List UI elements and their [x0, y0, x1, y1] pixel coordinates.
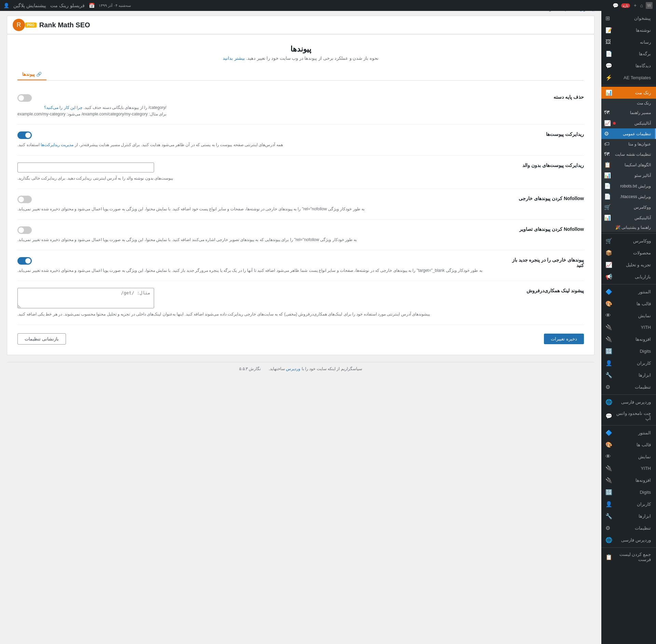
toggle-redirect-attachments[interactable]	[17, 131, 32, 139]
sidebar-item-comments[interactable]: دیدگاه‌ها 💬	[601, 60, 656, 72]
sidebar-item-robots[interactable]: ویرایش robots.txt 📄	[601, 181, 656, 191]
reset-button[interactable]: بازنشانی تنظیمات	[17, 333, 66, 345]
sidebar-item-plugins[interactable]: افزونه‌ها 🔌	[601, 333, 656, 345]
wordpress-link[interactable]: وردپرس	[286, 366, 300, 371]
woocommerce-icon: 🛒	[604, 204, 611, 210]
setting-desc-2: همه آدرس‌های اینترنتی صفحه پیوست را به پ…	[17, 142, 283, 148]
sidebar-item-titles-meta[interactable]: عنوان‌ها و متا 🏷	[601, 139, 656, 149]
toggle-remove-category[interactable]	[17, 94, 32, 102]
admin-bar-right: سه‌شنبه ۰۴ آذر ۱۳۹۹ 📅 فریسلو رینک مت پیش…	[3, 3, 131, 8]
sidebar-item-sitemap[interactable]: تنظیمات نقشه سایت 🗺	[601, 149, 656, 159]
home-icon[interactable]: ⌂	[640, 3, 643, 8]
sidebar-item-robots-label: ویرایش robots.txt	[613, 184, 651, 188]
setting-desc-3: پیوست‌های بدون نوشته والد را به آدرس این…	[17, 175, 173, 182]
comments-icon[interactable]: 💬	[613, 3, 618, 8]
setting-desc-6: به طور خودکار ویژگی target="_blank" را ب…	[17, 267, 482, 274]
sidebar-divider-3	[601, 284, 656, 284]
sidebar-item-guide[interactable]: مسیر راهنما 🗺	[601, 108, 656, 118]
tab-links-label: پیوندها	[22, 72, 35, 77]
setting-label-redirect-attachments: ریدایرکت پیوست‌ها	[509, 131, 584, 138]
rankmath-title-text: Rank Math SEO	[39, 21, 90, 29]
new-content-button[interactable]: ＋	[633, 2, 638, 9]
orphan-redirect-input[interactable]	[17, 163, 154, 172]
sidebar-item-products[interactable]: محصولات 📦	[601, 247, 656, 259]
sidebar-item-rank-math-sub[interactable]: رنک مث	[601, 99, 656, 108]
sidebar-item-pages[interactable]: برگه‌ها 📄	[601, 48, 656, 60]
rankmath-icon[interactable]: R	[13, 19, 25, 31]
affiliate-link-textarea[interactable]	[17, 288, 154, 308]
setting-label-text-7: پیشوند لینک همکاری‌در‌فروش	[509, 288, 584, 293]
sidebar-item-mentor[interactable]: المنتور 🔷	[601, 286, 656, 298]
sidebar-item-digits-label: Digits	[614, 349, 651, 354]
setting-control-3: پیوست‌های بدون نوشته والد را به آدرس این…	[17, 163, 502, 182]
settings-icon: ⚙	[604, 130, 609, 137]
footer-text: سپاسگزاریم از اینکه سایت خود را با	[300, 366, 362, 371]
footer-text-end: ساختهاید.	[269, 366, 285, 371]
toggle-nofollow-images-slider	[17, 226, 32, 234]
tab-links[interactable]: 🔗 پیوندها	[17, 69, 46, 80]
sidebar-item-analytics-label: آنالیتیکس	[618, 121, 651, 126]
wp-logo-icon[interactable]: W	[646, 2, 653, 9]
tab-links-icon: 🔗	[36, 72, 42, 77]
toggle-nofollow-external[interactable]	[17, 196, 32, 203]
sidebar-item-yith[interactable]: YITH 🔌	[601, 321, 656, 333]
setting-nofollow-external: Nofollow کردن پیوندهای خارجی به طور خودک…	[17, 189, 584, 220]
toggle-open-new-tab[interactable]	[17, 257, 32, 265]
yith-icon: 🔌	[605, 324, 612, 331]
setting-control-5: به طور خودکار ویژگی rel="nofollow" را بر…	[17, 226, 502, 243]
setting-desc-1: /category/ را از پیوندهای بایگانی دسته ح…	[17, 104, 166, 117]
sidebar-item-digits[interactable]: Digits 🔢	[601, 345, 656, 357]
sidebar-item-rank-math[interactable]: رنک مث 📊	[601, 87, 656, 99]
htaccess-icon: 📄	[604, 193, 611, 200]
woocommerce2-icon: 🛒	[605, 238, 612, 244]
sidebar-item-tools-label: ابزارها	[614, 373, 651, 375]
setting-label-redirect-orphan: ریدایرکت پیوست‌های بدون والد	[509, 163, 584, 169]
sidebar-item-media[interactable]: رسانه 🖼	[601, 36, 656, 48]
pages-icon: 📄	[605, 51, 612, 57]
sidebar-item-posts[interactable]: نوشته‌ها 📝	[601, 24, 656, 36]
redirect-management-link[interactable]: مدیریت ریدایرکت‌ها	[41, 142, 73, 147]
sidebar-item-users-label: کاربران	[614, 361, 651, 366]
sidebar-item-htaccess[interactable]: ویرایش htaccess. 📄	[601, 191, 656, 202]
sidebar-item-dashboard-label: پیشخوان	[612, 16, 651, 21]
date-display: سه‌شنبه ۰۴ آذر ۱۳۹۹	[99, 3, 131, 8]
setting-redirect-orphan: ریدایرکت پیوست‌های بدون والد پیوست‌های ب…	[17, 156, 584, 189]
sidebar-item-rank-math-sub-label: رنک مث	[604, 101, 651, 106]
learn-more-link[interactable]: بیشتر بدانید	[223, 56, 245, 61]
sidebar-item-display[interactable]: نمایش 👁	[601, 310, 656, 321]
sidebar-item-display-templates[interactable]: قالب ها 🎨	[601, 298, 656, 310]
sidebar-item-marketing[interactable]: بازاریابی 📢	[601, 271, 656, 283]
site-name[interactable]: فریسلو رینک مت	[50, 3, 85, 8]
sidebar-item-analytics-sub[interactable]: آنالیتیکس 📊	[601, 212, 656, 223]
sidebar-divider-1	[601, 85, 656, 85]
ae-templates-icon: ⚡	[605, 74, 612, 81]
why-link[interactable]: چرا این کار را می‌کنید؟	[44, 105, 82, 110]
sidebar-item-guide-label: مسیر راهنما	[612, 110, 651, 115]
sidebar-item-woocommerce2[interactable]: ووکامرس 🛒	[601, 235, 656, 247]
sidebar-item-woocommerce[interactable]: ووکامرس 🛒	[601, 202, 656, 212]
admin-bar: W ⌂ ＋ تازه 💬 سه‌شنبه ۰۴ آذر ۱۳۹۹ 📅 فریسل…	[0, 0, 656, 11]
sidebar-item-help-label: راهنما و پشتیبانی 🎉	[604, 225, 651, 230]
sidebar-item-analytics4[interactable]: تجزیه و تحلیل 📈	[601, 259, 656, 271]
setting-label-remove-category: حذف پایه دسته	[509, 94, 584, 101]
setting-label-text-4: Nofollow کردن پیوندهای خارجی	[509, 196, 584, 201]
sidebar-item-schema[interactable]: الگوهای اسکیما 📋	[601, 159, 656, 170]
toggle-nofollow-images[interactable]	[17, 226, 32, 234]
marketing-icon: 📢	[605, 274, 612, 280]
setting-label-open-new-tab: پیوندهای خارجی را در پنجره جدید باز کنید	[509, 257, 584, 269]
plugin-preview[interactable]: پیشنمایش پلاگین	[13, 3, 46, 8]
sidebar-item-ae-templates[interactable]: AE Templates ⚡	[601, 72, 656, 84]
sidebar-item-general-settings[interactable]: تنظیمات عمومی ⚙	[601, 128, 656, 139]
sidebar-item-products-label: محصولات	[614, 250, 651, 255]
sidebar-item-seo-analysis[interactable]: آنالیز سئو 📊	[601, 170, 656, 181]
sidebar-item-help[interactable]: راهنما و پشتیبانی 🎉	[601, 223, 656, 232]
save-button[interactable]: ذخیره تغییرات	[544, 334, 584, 344]
setting-desc-4: به طور خودکار ویژگی rel="nofollow" را به…	[17, 206, 365, 212]
sidebar-item-analytics[interactable]: آنالیتیکس 📈	[601, 118, 656, 128]
user-avatar[interactable]: 👤	[3, 3, 9, 8]
sidebar-item-tools[interactable]: ابزارها 🔧	[601, 369, 656, 375]
sidebar-item-analytics-sub-label: آنالیتیکس	[613, 215, 651, 220]
sidebar-item-dashboard[interactable]: پیشخوان ⊞	[601, 12, 656, 24]
sidebar-item-users[interactable]: کاربران 👤	[601, 357, 656, 369]
sidebar-item-yith-label: YITH	[614, 325, 651, 330]
